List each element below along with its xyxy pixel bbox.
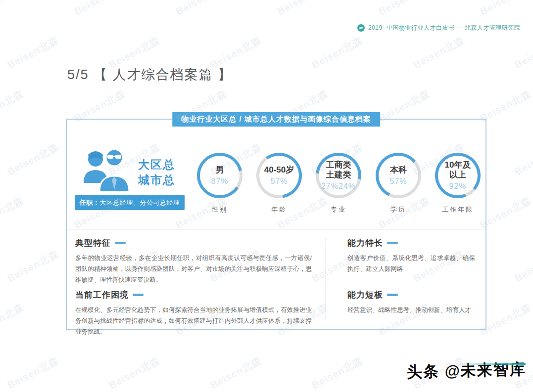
- beisen-watermark-text: Beisen北森: [478, 0, 533, 18]
- title-dash-icon: [115, 242, 126, 244]
- beisen-watermark-text: Beisen北森: [512, 34, 533, 72]
- stat-percent: 27%24%: [321, 182, 356, 191]
- role-name-line2: 城市总: [138, 173, 175, 188]
- stat-年龄: 40-50岁57%年龄: [249, 153, 309, 214]
- vertical-dashed-divider: [326, 238, 326, 320]
- page-title: 5/5 【 人才综合档案篇 】: [67, 66, 232, 84]
- stat-value: 工商类土建类: [326, 160, 351, 179]
- stat-percent: 92%: [449, 182, 466, 191]
- section-body: 创造客户价值、系统化思考、追求卓越、确保执行、建立人际网络: [347, 253, 475, 275]
- section-typical-traits: 典型特征 多年的物业运营经验，多在企业长期任职，对组织有高度认可感与责任感，一方…: [75, 237, 312, 286]
- beisen-watermark-text: Beisen北森: [72, 0, 128, 18]
- donut-ring: 10年及以上92%: [435, 153, 481, 198]
- footer-accent-line: [456, 363, 526, 365]
- role-name-line1: 大区总: [138, 157, 175, 173]
- section-title-text: 当前工作困境: [75, 289, 129, 301]
- section-title: 能力特长: [347, 237, 475, 249]
- stat-label: 专业: [309, 205, 368, 214]
- beisen-watermark-text: Beisen北森: [309, 354, 365, 392]
- stat-percent: 87%: [211, 177, 228, 186]
- title-dash-icon: [387, 242, 398, 244]
- footer-watermark: 头条 @未来智库: [407, 359, 527, 383]
- people-avatars-icon: [80, 148, 135, 194]
- beisen-watermark-text: Beisen北森: [106, 354, 162, 392]
- beisen-watermark-text: Beisen北森: [5, 34, 61, 72]
- beisen-watermark-text: Beisen北森: [411, 34, 467, 72]
- title-dash-icon: [387, 294, 398, 296]
- beisen-watermark-text: Beisen北森: [5, 354, 61, 392]
- profile-card: 物业行业大区总 / 城市总人才数据与画像综合信息档案 大区总 城市总 任职：: [66, 119, 486, 330]
- stat-percent: 57%: [270, 177, 288, 186]
- beisen-watermark-text: Beisen北森: [309, 34, 365, 72]
- section-title-text: 能力短板: [347, 289, 383, 301]
- beisen-watermark-text: Beisen北森: [0, 87, 26, 125]
- donut-ring: 本科57%: [376, 153, 421, 198]
- document-header-title: 2019 ·中国物业行业人才白皮书 — 北森人才管理研究院: [368, 24, 520, 32]
- beisen-watermark-text: Beisen北森: [512, 247, 533, 285]
- section-ability-weaknesses: 能力短板 经营意识、战略性思考、推动创新、培育人才: [347, 289, 475, 316]
- stat-工作年限: 10年及以上92%工作年限: [428, 153, 487, 214]
- stat-value: 男: [216, 165, 224, 175]
- stat-性别: 男87%性别: [190, 153, 249, 214]
- stat-label: 性别: [190, 205, 249, 214]
- stat-学历: 本科57%学历: [369, 153, 428, 214]
- beisen-watermark-text: Beisen北森: [0, 0, 26, 18]
- beisen-watermark-text: Beisen北森: [208, 354, 264, 392]
- role-position-prefix: 任职：: [80, 199, 100, 206]
- beisen-watermark-text: Beisen北森: [275, 0, 331, 18]
- section-title: 能力短板: [347, 289, 475, 301]
- beisen-watermark-text: Beisen北森: [0, 301, 26, 339]
- beisen-watermark-text: Beisen北森: [173, 0, 229, 18]
- section-title-text: 能力特长: [347, 237, 383, 249]
- role-position-bar: 任职：大区总经理、分公司总经理: [75, 195, 185, 210]
- beisen-watermark-text: Beisen北森: [5, 247, 61, 285]
- stat-value: 40-50岁: [264, 165, 294, 175]
- beisen-watermark-text: Beisen北森: [512, 140, 533, 178]
- beisen-watermark-text: Beisen北森: [376, 0, 432, 18]
- card-banner-title: 物业行业大区总 / 城市总人才数据与画像综合信息档案: [172, 112, 380, 127]
- document-header: 2019 ·中国物业行业人才白皮书 — 北森人才管理研究院: [357, 24, 520, 32]
- beisen-watermark-text: Beisen北森: [0, 194, 26, 232]
- title-dash-icon: [133, 294, 144, 296]
- stat-专业: 工商类土建类27%24%专业: [309, 153, 368, 214]
- stat-value: 10年及以上: [445, 160, 471, 179]
- stat-value: 本科: [390, 165, 407, 175]
- section-body: 在规模化、多元经营化趋势下，如何探索符合当地的业务拓展与增值模式，有效推进业务创…: [75, 305, 312, 338]
- beisen-logo-icon: [357, 24, 365, 32]
- beisen-watermark-text: Beisen北森: [5, 140, 61, 178]
- role-name: 大区总 城市总: [138, 157, 175, 188]
- stat-label: 学历: [369, 205, 428, 214]
- section-body: 多年的物业运营经验，多在企业长期任职，对组织有高度认可感与责任感，一方诸侯/团队…: [75, 253, 312, 286]
- role-position-text: 大区总经理、分公司总经理: [99, 199, 180, 206]
- horizontal-divider: [67, 229, 485, 229]
- stat-percent: 57%: [389, 177, 407, 186]
- section-title: 典型特征: [75, 237, 312, 249]
- section-title: 当前工作困境: [75, 289, 312, 301]
- donut-ring: 男87%: [197, 153, 242, 198]
- donut-ring: 工商类土建类27%24%: [316, 153, 361, 198]
- section-title-text: 典型特征: [75, 237, 111, 249]
- section-body: 经营意识、战略性思考、推动创新、培育人才: [347, 305, 475, 316]
- section-ability-strengths: 能力特长 创造客户价值、系统化思考、追求卓越、确保执行、建立人际网络: [347, 237, 475, 275]
- donut-ring: 40-50岁57%: [256, 153, 302, 198]
- stat-label: 年龄: [249, 205, 309, 214]
- stat-label: 工作年限: [428, 205, 487, 214]
- section-current-difficulties: 当前工作困境 在规模化、多元经营化趋势下，如何探索符合当地的业务拓展与增值模式，…: [75, 289, 312, 338]
